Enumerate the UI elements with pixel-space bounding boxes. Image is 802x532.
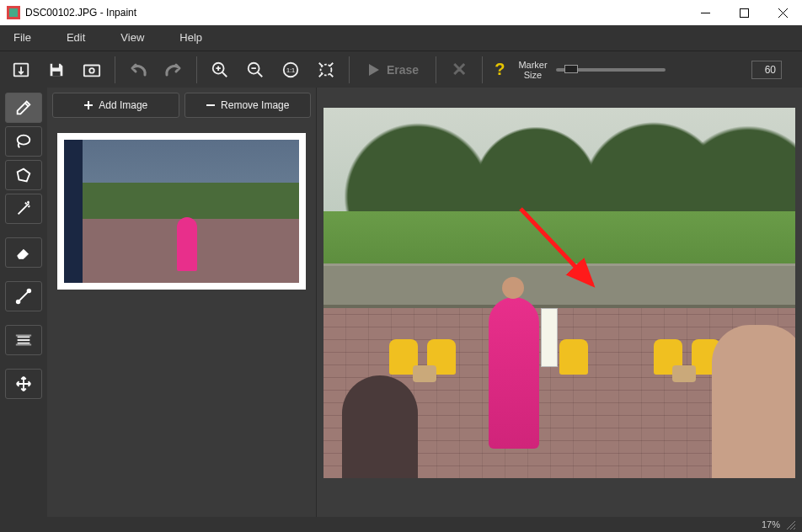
- side-panel: Add Image Remove Image: [47, 88, 317, 517]
- app-icon: [7, 6, 20, 19]
- remove-image-button[interactable]: Remove Image: [184, 93, 312, 118]
- svg-rect-5: [52, 63, 58, 67]
- main-toolbar: 1:1 Erase ✕ ? Marker Size: [0, 51, 802, 88]
- close-button[interactable]: [763, 0, 802, 25]
- svg-rect-3: [740, 8, 748, 17]
- separator: [115, 56, 115, 83]
- erase-button[interactable]: Erase: [356, 55, 429, 85]
- line-tool[interactable]: [5, 281, 42, 311]
- svg-rect-1: [9, 8, 18, 17]
- zoom-actual-button[interactable]: 1:1: [275, 56, 307, 84]
- separator: [196, 56, 197, 83]
- remove-image-label: Remove Image: [221, 99, 289, 111]
- minus-icon: [206, 100, 216, 110]
- marker-tool[interactable]: [5, 93, 42, 123]
- tool-palette: [0, 88, 47, 517]
- lasso-tool[interactable]: [5, 126, 42, 157]
- save-button[interactable]: [40, 56, 72, 84]
- erase-label: Erase: [387, 63, 419, 77]
- svg-rect-2: [701, 13, 710, 13]
- thumbnail-image: [64, 140, 299, 283]
- svg-rect-6: [52, 71, 60, 76]
- thumbnail[interactable]: [57, 133, 306, 290]
- svg-text:1:1: 1:1: [286, 66, 295, 73]
- menu-bar: File Edit View Help: [0, 25, 802, 51]
- eraser-tool[interactable]: [5, 237, 42, 268]
- play-icon: [366, 62, 382, 77]
- canvas-area[interactable]: [317, 88, 802, 517]
- marker-label-2: Size: [518, 70, 547, 80]
- title-bar: DSC00102.JPG - Inpaint: [0, 0, 802, 25]
- open-button[interactable]: [5, 56, 37, 84]
- guides-tool[interactable]: [5, 325, 42, 355]
- redo-button[interactable]: [158, 56, 190, 84]
- menu-view[interactable]: View: [112, 25, 171, 51]
- help-icon[interactable]: ?: [495, 60, 505, 79]
- maximize-button[interactable]: [724, 0, 763, 25]
- polygon-tool[interactable]: [5, 160, 42, 190]
- marker-label-1: Marker: [518, 60, 547, 70]
- minimize-button[interactable]: [686, 0, 724, 25]
- svg-point-13: [321, 64, 332, 75]
- separator: [349, 56, 350, 83]
- screenshot-button[interactable]: [76, 56, 108, 84]
- menu-file[interactable]: File: [5, 25, 58, 51]
- svg-point-8: [89, 68, 94, 73]
- cancel-button[interactable]: ✕: [443, 59, 475, 81]
- zoom-fit-button[interactable]: [310, 56, 342, 84]
- add-image-label: Add Image: [99, 99, 147, 111]
- separator: [436, 56, 436, 83]
- marker-size-control: Marker Size: [518, 60, 665, 80]
- marker-size-input[interactable]: [751, 61, 782, 79]
- window-title: DSC00102.JPG - Inpaint: [25, 7, 136, 19]
- photo-canvas[interactable]: [323, 108, 795, 478]
- add-image-button[interactable]: Add Image: [52, 93, 179, 118]
- zoom-level: 17%: [762, 519, 780, 529]
- marker-size-slider[interactable]: [556, 68, 666, 72]
- svg-rect-7: [84, 65, 99, 76]
- plus-icon: [83, 100, 94, 110]
- separator: [482, 56, 483, 83]
- menu-help[interactable]: Help: [171, 25, 229, 51]
- zoom-in-button[interactable]: [204, 56, 236, 84]
- zoom-out-button[interactable]: [239, 56, 271, 84]
- status-bar: 17%: [0, 517, 802, 532]
- resize-grip[interactable]: [785, 519, 795, 529]
- undo-button[interactable]: [122, 56, 154, 84]
- magic-wand-tool[interactable]: [5, 194, 42, 224]
- menu-edit[interactable]: Edit: [58, 25, 112, 51]
- move-tool[interactable]: [5, 369, 42, 399]
